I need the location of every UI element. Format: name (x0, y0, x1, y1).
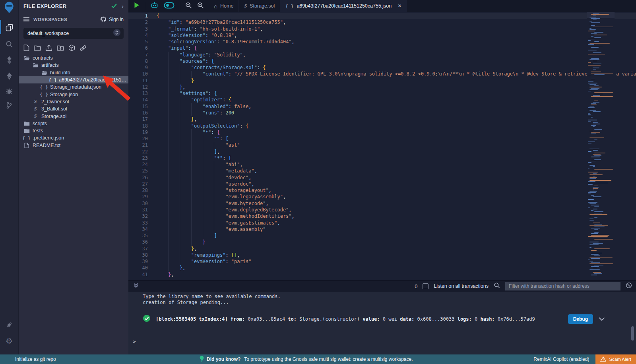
line-number[interactable]: 8 (128, 58, 153, 64)
line-number[interactable]: 19 (128, 129, 153, 136)
zoom-out-icon[interactable] (185, 2, 192, 10)
line-number[interactable]: 37 (128, 246, 153, 252)
code-line[interactable]: "*": [ (153, 155, 636, 161)
circle-slash-icon[interactable] (626, 282, 632, 290)
workspace-select[interactable]: default_workspace (23, 28, 124, 39)
close-tab-icon[interactable]: ✕ (398, 3, 401, 9)
line-number[interactable]: 39 (128, 258, 153, 265)
line-number[interactable]: 15 (128, 103, 153, 110)
code-line[interactable]: "settings": { (153, 90, 636, 97)
line-number[interactable]: 40 (128, 265, 153, 271)
code-line[interactable]: "ast" (153, 142, 636, 148)
file-tree-item[interactable]: scripts (19, 120, 128, 127)
stepper-icon[interactable] (113, 29, 120, 38)
code-line[interactable]: "evm.legacyAssembly", (153, 194, 636, 200)
plugin-manager-icon[interactable] (3, 319, 15, 331)
line-number[interactable]: 17 (128, 116, 153, 122)
listen-checkbox[interactable] (423, 283, 429, 289)
line-number[interactable]: 5 (128, 39, 153, 45)
code-line[interactable]: "evm.assembly" (153, 226, 636, 232)
code-line[interactable]: "sources": { (153, 58, 636, 64)
code-line[interactable]: "metadata", (153, 168, 636, 174)
new-folder-icon[interactable] (34, 45, 41, 51)
tab-build-info-json[interactable]: { } a69b43f277ba20fcac141151250ca755.jso… (280, 0, 407, 12)
code-line[interactable]: }, (153, 246, 636, 252)
hamburger-icon[interactable] (23, 16, 29, 23)
line-number[interactable]: 25 (128, 168, 153, 174)
line-number[interactable]: 26 (128, 174, 153, 181)
code-line[interactable]: "evm.deployedBytecode", (153, 207, 636, 213)
code-editor[interactable]: 1234567891011121314151617181920212223242… (128, 12, 636, 280)
debug-button[interactable]: Debug (568, 314, 593, 324)
code-line[interactable]: "_format": "hh-sol-build-info-1", (153, 26, 636, 32)
line-number[interactable]: 33 (128, 220, 153, 226)
code-line[interactable]: }, (153, 84, 636, 90)
code-line[interactable]: "evm.bytecode", (153, 200, 636, 207)
code-line[interactable]: ] (153, 232, 636, 239)
transaction-log-row[interactable]: [block:5583405 txIndex:4] from: 0xa03...… (143, 314, 636, 324)
file-tree-item[interactable]: { }Storage.json (19, 91, 128, 98)
cube-icon[interactable] (68, 45, 75, 51)
code-line[interactable]: "language": "Solidity", (153, 52, 636, 58)
expand-tx-chevron-icon[interactable] (599, 317, 605, 321)
line-number[interactable]: 13 (128, 90, 153, 97)
line-number[interactable]: 20 (128, 136, 153, 142)
line-number[interactable]: 9 (128, 64, 153, 71)
copilot-status[interactable]: RemixAI Copilot (enabled) (533, 356, 589, 362)
line-number[interactable]: 27 (128, 181, 153, 187)
line-number[interactable]: 3 (128, 26, 153, 32)
line-number[interactable]: 18 (128, 123, 153, 129)
code-line[interactable]: "storageLayout", (153, 187, 636, 194)
file-tree-item[interactable]: { }Storage_metadata.json (19, 83, 128, 91)
collapse-chevrons-icon[interactable] (133, 283, 139, 290)
zoom-in-icon[interactable] (197, 2, 204, 10)
line-number[interactable]: 1 (128, 13, 153, 19)
code-line[interactable]: "*": { (153, 129, 636, 136)
code-line[interactable]: } (153, 77, 636, 84)
line-number[interactable]: 12 (128, 84, 153, 90)
chevron-right-icon[interactable]: › (122, 3, 124, 9)
line-number[interactable]: 6 (128, 45, 153, 51)
line-number[interactable]: 35 (128, 232, 153, 239)
code-line[interactable]: "solcVersion": "0.8.19", (153, 32, 636, 39)
code-line[interactable]: } (153, 239, 636, 245)
code-line[interactable]: "evm.gasEstimates", (153, 220, 636, 226)
file-tree-item[interactable]: S3_Ballot.sol (19, 105, 128, 112)
code-line[interactable]: "": [ (153, 136, 636, 142)
line-number[interactable]: 2 (128, 19, 153, 25)
code-line[interactable]: }, (153, 116, 636, 122)
terminal-scrollbar[interactable] (631, 326, 634, 341)
deploy-run-icon[interactable] (3, 70, 15, 82)
file-tree-item[interactable]: S2_Owner.sol (19, 98, 128, 105)
code-line[interactable]: "contracts/Storage.sol": { (153, 64, 636, 71)
remix-logo-icon[interactable] (3, 2, 15, 14)
file-tree-item[interactable]: { }a69b43f277ba20fcac141151250ca755.json (19, 76, 128, 83)
debugger-icon[interactable] (3, 85, 15, 97)
terminal-prompt[interactable]: > (133, 339, 136, 345)
line-number[interactable]: 32 (128, 213, 153, 219)
file-tree-item[interactable]: artifacts (19, 62, 128, 69)
file-tree-item[interactable]: build-info (19, 69, 128, 76)
filter-input[interactable] (505, 282, 620, 290)
code-line[interactable]: }, (153, 271, 636, 278)
line-number[interactable]: 24 (128, 161, 153, 168)
git-icon[interactable] (3, 99, 15, 111)
line-number[interactable]: 29 (128, 194, 153, 200)
minimap[interactable] (587, 12, 615, 280)
file-explorer-icon[interactable] (3, 21, 15, 33)
tab-home[interactable]: ⌂ Home (209, 0, 239, 12)
code-line[interactable]: "devdoc", (153, 174, 636, 181)
settings-gear-icon[interactable]: ⚙ (3, 335, 15, 347)
code-line[interactable]: "evmVersion": "paris" (153, 258, 636, 265)
code-line[interactable]: }, (153, 265, 636, 271)
code-line[interactable]: "outputSelection": { (153, 123, 636, 129)
line-number[interactable]: 11 (128, 77, 153, 84)
line-number[interactable]: 38 (128, 252, 153, 258)
file-tree-item[interactable]: README.txt (19, 142, 128, 149)
file-tree-item[interactable]: tests (19, 127, 128, 134)
line-number[interactable]: 21 (128, 142, 153, 148)
line-number[interactable]: 36 (128, 239, 153, 245)
git-init-label[interactable]: Initialize as git repo (15, 356, 56, 362)
line-number-gutter[interactable]: 1234567891011121314151617181920212223242… (128, 12, 153, 280)
file-tree-item[interactable]: contracts (19, 54, 128, 62)
